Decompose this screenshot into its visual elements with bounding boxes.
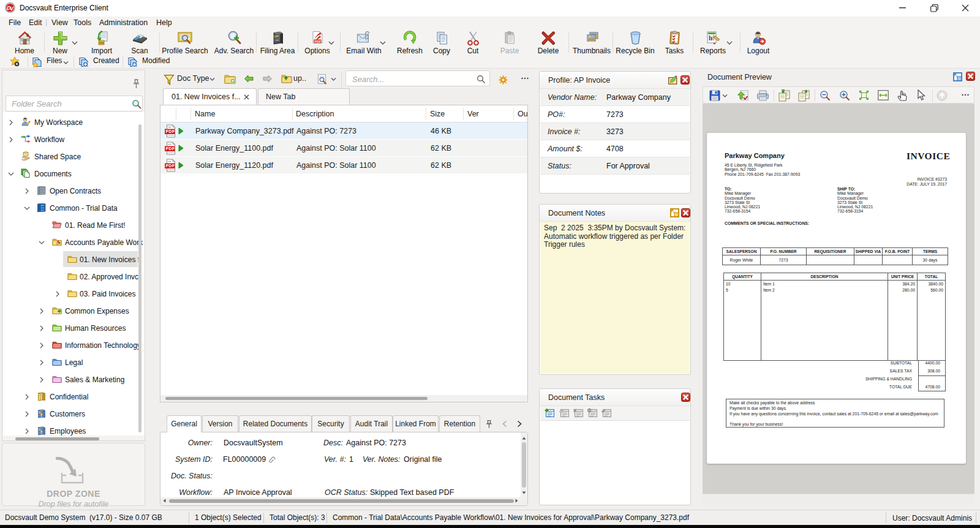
- svg-text:PDF: PDF: [166, 164, 175, 168]
- svg-text:DV: DV: [99, 41, 104, 45]
- svg-text:PDF: PDF: [314, 40, 320, 43]
- svg-text:PDF: PDF: [166, 129, 175, 134]
- svg-text:PDF: PDF: [166, 146, 175, 151]
- svg-text:V: V: [10, 6, 14, 12]
